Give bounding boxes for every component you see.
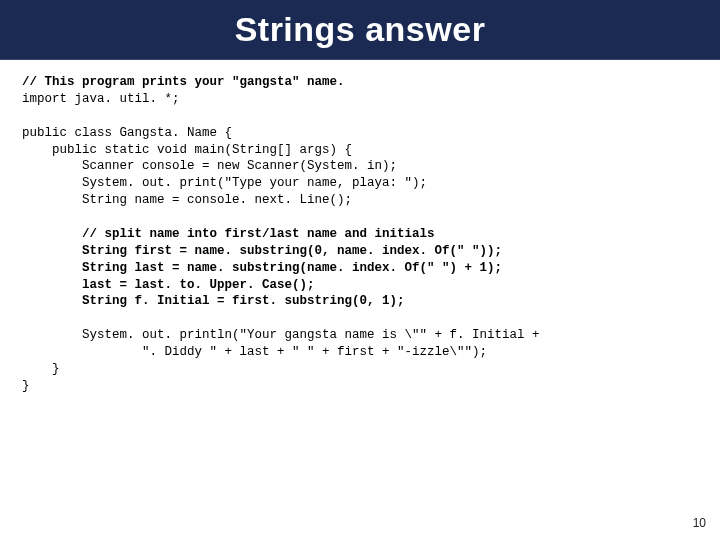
code-line: } xyxy=(22,362,60,376)
code-line: public static void main(String[] args) { xyxy=(22,143,352,157)
code-line: String first = name. substring(0, name. … xyxy=(22,244,502,258)
code-line: public class Gangsta. Name { xyxy=(22,126,232,140)
code-line: import java. util. *; xyxy=(22,92,180,106)
code-line: String name = console. next. Line(); xyxy=(22,193,352,207)
code-line: System. out. print("Type your name, play… xyxy=(22,176,427,190)
code-line: System. out. println("Your gangsta name … xyxy=(22,328,540,342)
code-line: ". Diddy " + last + " " + first + "-izzl… xyxy=(22,345,487,359)
slide-content: // This program prints your "gangsta" na… xyxy=(0,60,720,395)
code-line: // split name into first/last name and i… xyxy=(22,227,435,241)
code-line: String f. Initial = first. substring(0, … xyxy=(22,294,405,308)
code-line: String last = name. substring(name. inde… xyxy=(22,261,502,275)
slide-header: Strings answer xyxy=(0,0,720,60)
code-line: // This program prints your "gangsta" na… xyxy=(22,75,345,89)
code-line: Scanner console = new Scanner(System. in… xyxy=(22,159,397,173)
slide-title: Strings answer xyxy=(235,10,486,49)
page-number: 10 xyxy=(693,516,706,530)
code-line: last = last. to. Upper. Case(); xyxy=(22,278,315,292)
code-line: } xyxy=(22,379,30,393)
code-block: // This program prints your "gangsta" na… xyxy=(22,74,698,395)
